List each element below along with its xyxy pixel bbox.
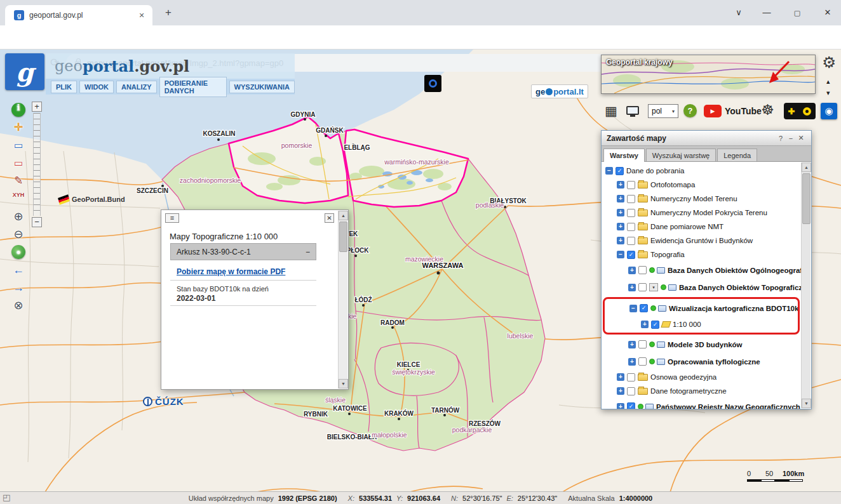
corner-widget-icon[interactable]: ◰ — [3, 493, 12, 502]
expand-toggle[interactable]: + — [617, 195, 624, 202]
layer-label[interactable]: 1:10 000 — [673, 321, 701, 328]
layer-checkbox[interactable] — [638, 340, 647, 348]
popup-close-icon[interactable]: ✕ — [325, 213, 334, 223]
sheet-collapse-icon[interactable]: − — [306, 248, 310, 256]
layer-label[interactable]: Numeryczny Model Pokrycia Terenu — [650, 209, 767, 216]
layer-checkbox[interactable]: ✓ — [616, 167, 624, 175]
layer-checkbox[interactable] — [638, 357, 647, 366]
layer-label[interactable]: Osnowa geodezyjna — [650, 373, 717, 381]
layer-label[interactable]: Ewidencja Gruntów i Budynków — [650, 237, 753, 244]
select-area-icon[interactable]: ▭ — [11, 138, 25, 152]
layer-label[interactable]: Baza Danych Obiektów Ogólnogeograf — [668, 267, 802, 274]
grid-view-icon[interactable]: ▦ — [605, 103, 617, 119]
expand-toggle[interactable]: + — [617, 237, 624, 244]
contrast-toggle[interactable]: ✚ — [784, 103, 816, 119]
expand-toggle[interactable]: + — [617, 403, 624, 409]
layer-checkbox[interactable] — [627, 237, 635, 245]
layer-label[interactable]: Numeryczny Model Terenu — [650, 195, 737, 202]
next-view-icon[interactable]: → — [11, 281, 25, 295]
layer-checkbox[interactable] — [627, 373, 635, 381]
expand-toggle[interactable]: − — [605, 167, 613, 175]
expand-toggle[interactable]: + — [641, 321, 649, 328]
scroll-up-icon[interactable]: ▲ — [339, 211, 348, 220]
menu-item-analizy[interactable]: ANALIZY — [116, 81, 157, 93]
panel-minimize-icon[interactable]: − — [786, 135, 796, 142]
panel-close-icon[interactable]: ✕ — [796, 134, 806, 142]
tab-search-chevron-icon[interactable]: ∨ — [728, 5, 750, 20]
geoportal-logo[interactable]: g — [5, 53, 44, 90]
layer-label[interactable]: Opracowania tyflologiczne — [668, 358, 760, 366]
layer-label[interactable]: Dane do pobrania — [626, 167, 684, 175]
expand-toggle[interactable]: + — [617, 181, 624, 189]
overview-map[interactable]: Geoportal krajowy — [601, 55, 816, 94]
measure-icon[interactable]: ✎ — [11, 174, 25, 188]
layer-checkbox[interactable]: ✓ — [627, 251, 635, 259]
layer-checkbox[interactable]: ✓ — [627, 402, 635, 409]
collapse-up-icon[interactable]: ▴ — [826, 77, 830, 86]
download-pdf-link[interactable]: Pobierz mapę w formacie PDF — [177, 267, 285, 276]
coordinates-xyh-icon[interactable]: XYH — [11, 192, 25, 206]
settings-gear-icon[interactable]: ⚙ — [822, 53, 836, 72]
tab-warstwy[interactable]: Warstwy — [603, 149, 645, 162]
scroll-thumb[interactable] — [802, 173, 811, 224]
scroll-down-icon[interactable]: ▼ — [802, 399, 811, 408]
expand-toggle[interactable]: − — [629, 305, 637, 312]
layer-checkbox[interactable] — [627, 387, 635, 395]
layer-label[interactable]: Wizualizacja kartograficzna BDOT10k — [669, 305, 798, 312]
help-button[interactable]: ? — [683, 104, 697, 117]
zoom-slider-plus[interactable]: + — [32, 102, 42, 112]
layer-checkbox[interactable] — [638, 283, 647, 291]
layer-label[interactable]: Modele 3D budynków — [668, 341, 743, 348]
expand-toggle[interactable]: + — [628, 284, 636, 291]
clear-selection-icon[interactable]: ▭ — [11, 156, 25, 170]
scroll-thumb[interactable] — [339, 222, 347, 252]
menu-item-plik[interactable]: PLIK — [51, 81, 77, 93]
full-extent-globe-icon[interactable]: ● — [11, 245, 25, 259]
expand-toggle[interactable]: − — [617, 251, 624, 258]
scroll-down-icon[interactable]: ▼ — [339, 379, 348, 388]
layer-label[interactable]: Państwowy Rejestr Nazw Geograficznych — [656, 403, 800, 409]
monitor-icon[interactable] — [626, 106, 639, 115]
zoom-out-icon[interactable]: ⊖ — [11, 227, 25, 241]
panel-help-icon[interactable]: ? — [776, 135, 786, 142]
zoom-slider-track[interactable] — [33, 113, 41, 216]
new-tab-button[interactable]: + — [160, 6, 177, 20]
accessibility-wheel-icon[interactable]: ☸ — [761, 102, 774, 119]
layer-checkbox[interactable] — [627, 195, 635, 203]
layer-checkbox[interactable]: ✓ — [640, 304, 648, 312]
expand-toggle[interactable]: + — [628, 341, 636, 348]
layer-checkbox[interactable]: ✓ — [651, 321, 659, 329]
panel-header[interactable]: Zawartość mapy ? − ✕ — [602, 131, 811, 146]
sheet-header[interactable]: Arkusz N-33-90-C-c-1 − — [170, 243, 316, 260]
menu-item-wyszukiwania[interactable]: WYSZUKIWANIA — [229, 81, 295, 93]
layer-checkbox[interactable] — [627, 223, 635, 231]
collapse-down-icon[interactable]: ▾ — [826, 89, 830, 97]
expand-toggle[interactable]: + — [617, 223, 624, 230]
layer-checkbox[interactable] — [627, 181, 635, 189]
tab-close-icon[interactable]: ✕ — [136, 10, 147, 21]
layer-dropdown-icon[interactable]: ▾ — [649, 283, 658, 291]
popup-scrollbar[interactable]: ▲ ▼ — [338, 211, 347, 388]
layer-label[interactable]: Dane fotogrametryczne — [650, 387, 727, 395]
youtube-play-icon[interactable]: ▶ — [704, 105, 722, 117]
expand-toggle[interactable]: + — [628, 267, 636, 274]
youtube-label[interactable]: YouTube — [725, 106, 762, 116]
cancel-icon[interactable]: ⊗ — [11, 298, 25, 312]
tab-legenda[interactable]: Legenda — [717, 149, 757, 161]
panel-scrollbar[interactable]: ▲ ▼ — [801, 162, 811, 408]
tab-wyszukaj-warstwe[interactable]: Wyszukaj warstwę — [646, 149, 716, 161]
previous-view-icon[interactable]: ← — [11, 263, 25, 277]
identify-icon[interactable]: i — [11, 103, 25, 117]
language-select[interactable]: pol ▾ — [648, 104, 678, 118]
pan-icon[interactable]: ✛ — [11, 121, 25, 135]
scroll-up-icon[interactable]: ▲ — [802, 162, 811, 172]
layer-label[interactable]: Ortofotomapa — [650, 181, 695, 189]
window-maximize-button[interactable]: ▢ — [786, 5, 808, 20]
expand-toggle[interactable]: + — [628, 358, 636, 366]
window-minimize-button[interactable]: — — [756, 5, 777, 20]
layer-label[interactable]: Topografia — [650, 251, 685, 258]
browser-tab[interactable]: g geoportal.gov.pl ✕ — [5, 5, 152, 25]
menu-item-widok[interactable]: WIDOK — [79, 81, 114, 93]
window-close-button[interactable]: ✕ — [817, 5, 838, 20]
expand-toggle[interactable]: + — [617, 373, 624, 381]
